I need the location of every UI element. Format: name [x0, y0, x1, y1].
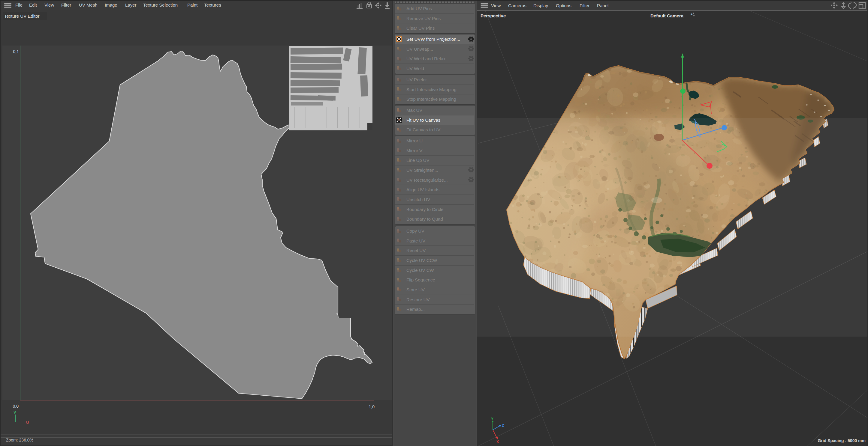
svg-text:V: V	[13, 410, 16, 415]
svg-text:X: X	[496, 440, 499, 444]
svg-text:Grid Spacing : 5000 mm: Grid Spacing : 5000 mm	[818, 438, 866, 443]
svg-text:1,0: 1,0	[369, 404, 375, 409]
svg-text:0,0: 0,0	[13, 404, 19, 409]
svg-text:Z: Z	[502, 423, 504, 428]
svg-text:Default Camera: Default Camera	[650, 13, 684, 18]
svg-text:U: U	[26, 420, 29, 425]
svg-text:0,1: 0,1	[13, 49, 19, 54]
svg-text:Perspective: Perspective	[480, 13, 506, 18]
svg-text:Y: Y	[491, 417, 493, 421]
